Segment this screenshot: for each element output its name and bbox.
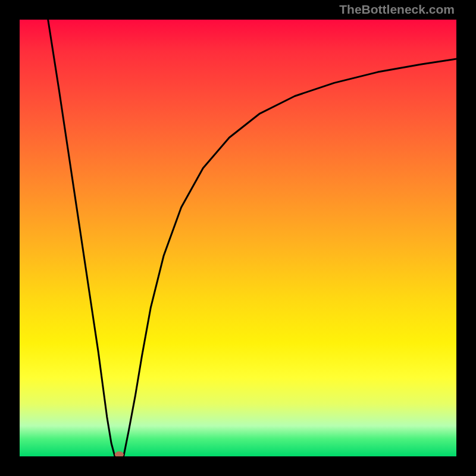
attribution-text: TheBottleneck.com [339, 2, 455, 17]
curve-right-branch [124, 59, 456, 456]
minimum-marker [115, 452, 123, 456]
bottleneck-curve [20, 20, 456, 456]
curve-left-branch [48, 20, 115, 456]
plot-area [20, 20, 456, 456]
chart-frame: TheBottleneck.com [0, 0, 476, 476]
